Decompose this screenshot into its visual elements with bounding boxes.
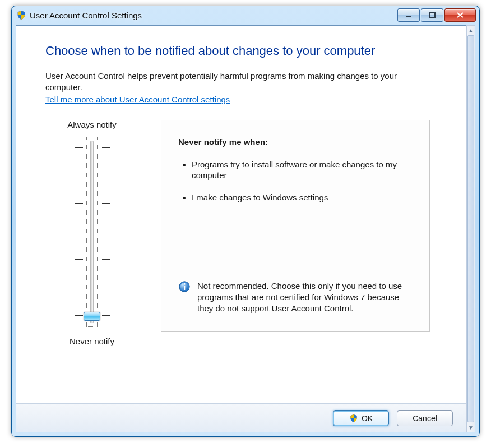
cancel-button[interactable]: Cancel — [397, 410, 453, 426]
level-description-panel: Never notify me when: Programs try to in… — [161, 120, 430, 332]
info-icon — [178, 281, 191, 293]
client-area: Choose when to be notified about changes… — [16, 25, 466, 432]
description-bullet: I make changes to Windows settings — [192, 192, 413, 203]
description-bullet: Programs try to install software or make… — [192, 159, 413, 181]
maximize-button[interactable] — [421, 8, 443, 22]
svg-rect-4 — [184, 286, 185, 290]
uac-settings-window: User Account Control Settings Choose whe… — [11, 6, 480, 437]
minimize-button[interactable] — [397, 8, 420, 22]
description-warning: Not recommended. Choose this only if you… — [197, 281, 413, 314]
slider-top-label: Always notify — [67, 120, 117, 129]
slider-bottom-label: Never notify — [70, 337, 114, 346]
window-title: User Account Control Settings — [30, 11, 142, 20]
scroll-thumb[interactable] — [467, 35, 474, 422]
svg-point-5 — [184, 283, 186, 285]
scroll-up-arrow[interactable]: ▲ — [467, 26, 475, 35]
cancel-button-label: Cancel — [413, 414, 437, 423]
svg-rect-1 — [429, 12, 435, 17]
shield-icon — [16, 10, 26, 20]
help-link[interactable]: Tell me more about User Account Control … — [45, 95, 230, 104]
ok-button[interactable]: OK — [333, 410, 389, 426]
scroll-down-arrow[interactable]: ▼ — [467, 423, 475, 432]
titlebar[interactable]: User Account Control Settings — [12, 6, 479, 24]
page-heading: Choose when to be notified about changes… — [45, 44, 430, 58]
close-button[interactable] — [444, 8, 476, 22]
vertical-scrollbar[interactable]: ▲ ▼ — [466, 25, 475, 432]
dialog-footer: OK Cancel — [16, 403, 466, 432]
description-title: Never notify me when: — [178, 137, 413, 147]
ok-button-label: OK — [362, 414, 373, 423]
notification-level-slider[interactable] — [75, 135, 109, 329]
slider-thumb[interactable] — [84, 312, 100, 321]
page-intro: User Account Control helps prevent poten… — [45, 71, 427, 94]
shield-icon — [349, 414, 358, 423]
svg-rect-0 — [406, 16, 411, 17]
